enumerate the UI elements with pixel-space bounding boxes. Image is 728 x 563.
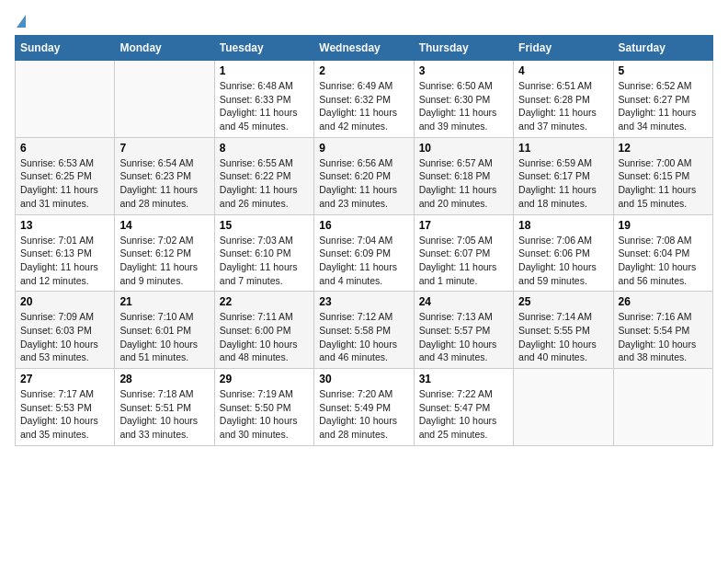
day-number: 6 [20, 142, 109, 155]
calendar-cell: 15Sunrise: 7:03 AMSunset: 6:10 PMDayligh… [214, 214, 313, 292]
day-info: Sunrise: 7:06 AMSunset: 6:06 PMDaylight:… [518, 234, 608, 288]
day-number: 10 [419, 142, 508, 155]
page-header [15, 15, 713, 28]
day-number: 9 [319, 142, 408, 155]
calendar-cell: 24Sunrise: 7:13 AMSunset: 5:57 PMDayligh… [414, 292, 513, 369]
calendar-cell: 20Sunrise: 7:09 AMSunset: 6:03 PMDayligh… [16, 292, 115, 369]
day-number: 11 [518, 142, 608, 155]
day-info: Sunrise: 6:54 AMSunset: 6:23 PMDaylight:… [119, 156, 209, 211]
day-number: 3 [419, 64, 508, 77]
day-info: Sunrise: 6:50 AMSunset: 6:30 PMDaylight:… [419, 79, 508, 133]
day-info: Sunrise: 7:03 AMSunset: 6:10 PMDaylight:… [220, 234, 309, 288]
day-info: Sunrise: 6:52 AMSunset: 6:27 PMDaylight:… [619, 79, 708, 133]
day-number: 27 [20, 373, 109, 385]
day-header-saturday: Saturday [613, 36, 712, 61]
calendar-cell: 19Sunrise: 7:08 AMSunset: 6:04 PMDayligh… [613, 214, 712, 292]
calendar-cell: 16Sunrise: 7:04 AMSunset: 6:09 PMDayligh… [314, 214, 414, 292]
calendar-cell: 13Sunrise: 7:01 AMSunset: 6:13 PMDayligh… [16, 214, 115, 292]
calendar-week-row: 6Sunrise: 6:53 AMSunset: 6:25 PMDaylight… [16, 137, 713, 214]
calendar-cell [613, 369, 712, 446]
calendar-cell: 12Sunrise: 7:00 AMSunset: 6:15 PMDayligh… [613, 137, 712, 214]
calendar-cell: 26Sunrise: 7:16 AMSunset: 5:54 PMDayligh… [613, 292, 712, 369]
day-number: 17 [419, 219, 508, 232]
day-info: Sunrise: 6:53 AMSunset: 6:25 PMDaylight:… [20, 156, 109, 211]
day-info: Sunrise: 6:57 AMSunset: 6:18 PMDaylight:… [419, 156, 508, 211]
logo-icon [17, 15, 26, 28]
day-info: Sunrise: 6:49 AMSunset: 6:32 PMDaylight:… [319, 79, 408, 133]
day-info: Sunrise: 7:04 AMSunset: 6:09 PMDaylight:… [319, 234, 408, 288]
day-info: Sunrise: 7:18 AMSunset: 5:51 PMDaylight:… [119, 387, 209, 442]
day-info: Sunrise: 7:20 AMSunset: 5:49 PMDaylight:… [319, 387, 408, 442]
day-number: 2 [319, 64, 408, 77]
day-info: Sunrise: 7:09 AMSunset: 6:03 PMDaylight:… [20, 310, 109, 364]
calendar-cell: 7Sunrise: 6:54 AMSunset: 6:23 PMDaylight… [115, 137, 214, 214]
calendar-cell: 9Sunrise: 6:56 AMSunset: 6:20 PMDaylight… [314, 137, 414, 214]
day-number: 24 [419, 295, 508, 308]
calendar-cell: 27Sunrise: 7:17 AMSunset: 5:53 PMDayligh… [16, 369, 115, 446]
day-info: Sunrise: 6:51 AMSunset: 6:28 PMDaylight:… [518, 79, 608, 133]
day-info: Sunrise: 7:16 AMSunset: 5:54 PMDaylight:… [619, 310, 708, 364]
calendar-cell: 22Sunrise: 7:11 AMSunset: 6:00 PMDayligh… [214, 292, 313, 369]
day-number: 20 [20, 295, 109, 308]
day-number: 8 [220, 142, 309, 155]
calendar-cell: 4Sunrise: 6:51 AMSunset: 6:28 PMDaylight… [514, 61, 613, 138]
day-info: Sunrise: 7:19 AMSunset: 5:50 PMDaylight:… [220, 387, 309, 442]
calendar-cell: 2Sunrise: 6:49 AMSunset: 6:32 PMDaylight… [314, 61, 414, 138]
calendar-cell: 28Sunrise: 7:18 AMSunset: 5:51 PMDayligh… [115, 369, 214, 446]
day-number: 31 [419, 373, 508, 385]
calendar-week-row: 1Sunrise: 6:48 AMSunset: 6:33 PMDaylight… [16, 61, 713, 138]
day-info: Sunrise: 6:56 AMSunset: 6:20 PMDaylight:… [319, 156, 408, 211]
day-number: 25 [518, 295, 608, 308]
day-number: 18 [518, 219, 608, 232]
day-number: 29 [220, 373, 309, 385]
day-number: 7 [119, 142, 209, 155]
day-info: Sunrise: 7:11 AMSunset: 6:00 PMDaylight:… [220, 310, 309, 364]
calendar-cell: 6Sunrise: 6:53 AMSunset: 6:25 PMDaylight… [16, 137, 115, 214]
calendar-cell: 11Sunrise: 6:59 AMSunset: 6:17 PMDayligh… [514, 137, 613, 214]
day-number: 14 [119, 219, 209, 232]
day-header-friday: Friday [514, 36, 613, 61]
day-number: 26 [619, 295, 708, 308]
calendar-cell: 10Sunrise: 6:57 AMSunset: 6:18 PMDayligh… [414, 137, 513, 214]
calendar-cell: 21Sunrise: 7:10 AMSunset: 6:01 PMDayligh… [115, 292, 214, 369]
calendar-cell [514, 369, 613, 446]
day-header-monday: Monday [115, 36, 214, 61]
day-info: Sunrise: 7:22 AMSunset: 5:47 PMDaylight:… [419, 387, 508, 442]
day-number: 1 [220, 64, 309, 77]
calendar-cell [16, 61, 115, 138]
day-number: 5 [619, 64, 708, 77]
calendar-cell: 30Sunrise: 7:20 AMSunset: 5:49 PMDayligh… [314, 369, 414, 446]
day-number: 23 [319, 295, 408, 308]
day-number: 4 [518, 64, 608, 77]
day-header-tuesday: Tuesday [214, 36, 313, 61]
calendar-table: SundayMondayTuesdayWednesdayThursdayFrid… [15, 35, 713, 446]
calendar-cell: 17Sunrise: 7:05 AMSunset: 6:07 PMDayligh… [414, 214, 513, 292]
day-info: Sunrise: 7:01 AMSunset: 6:13 PMDaylight:… [20, 234, 109, 288]
day-info: Sunrise: 7:17 AMSunset: 5:53 PMDaylight:… [20, 387, 109, 442]
day-info: Sunrise: 6:55 AMSunset: 6:22 PMDaylight:… [220, 156, 309, 211]
day-info: Sunrise: 7:13 AMSunset: 5:57 PMDaylight:… [419, 310, 508, 364]
calendar-cell: 1Sunrise: 6:48 AMSunset: 6:33 PMDaylight… [214, 61, 313, 138]
day-info: Sunrise: 7:08 AMSunset: 6:04 PMDaylight:… [619, 234, 708, 288]
calendar-week-row: 27Sunrise: 7:17 AMSunset: 5:53 PMDayligh… [16, 369, 713, 446]
calendar-cell [115, 61, 214, 138]
calendar-cell: 14Sunrise: 7:02 AMSunset: 6:12 PMDayligh… [115, 214, 214, 292]
day-number: 15 [220, 219, 309, 232]
day-header-thursday: Thursday [414, 36, 513, 61]
day-number: 22 [220, 295, 309, 308]
calendar-cell: 3Sunrise: 6:50 AMSunset: 6:30 PMDaylight… [414, 61, 513, 138]
day-info: Sunrise: 6:48 AMSunset: 6:33 PMDaylight:… [220, 79, 309, 133]
day-info: Sunrise: 7:02 AMSunset: 6:12 PMDaylight:… [119, 234, 209, 288]
calendar-cell: 29Sunrise: 7:19 AMSunset: 5:50 PMDayligh… [214, 369, 313, 446]
day-number: 19 [619, 219, 708, 232]
calendar-header-row: SundayMondayTuesdayWednesdayThursdayFrid… [16, 36, 713, 61]
logo [15, 15, 26, 28]
day-number: 13 [20, 219, 109, 232]
calendar-cell: 18Sunrise: 7:06 AMSunset: 6:06 PMDayligh… [514, 214, 613, 292]
day-number: 21 [119, 295, 209, 308]
day-info: Sunrise: 7:14 AMSunset: 5:55 PMDaylight:… [518, 310, 608, 364]
calendar-cell: 25Sunrise: 7:14 AMSunset: 5:55 PMDayligh… [514, 292, 613, 369]
day-header-sunday: Sunday [16, 36, 115, 61]
day-number: 30 [319, 373, 408, 385]
calendar-cell: 5Sunrise: 6:52 AMSunset: 6:27 PMDaylight… [613, 61, 712, 138]
